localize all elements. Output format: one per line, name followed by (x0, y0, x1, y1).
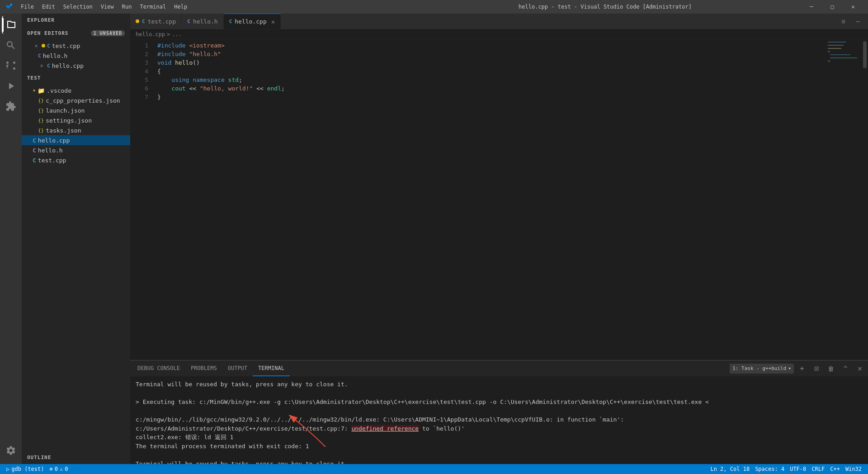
status-bar-left: ▷ gdb (test) ⊗ 0 ⚠ 0 (4, 466, 71, 472)
open-editor-hello-h[interactable]: C hello.h (22, 51, 130, 61)
filename: tasks.json (46, 127, 81, 134)
open-editor-hello-cpp[interactable]: ✕ C hello.cpp (22, 61, 130, 71)
close-icon[interactable]: ✕ (33, 43, 40, 49)
split-editor-button[interactable]: ⊡ (837, 15, 850, 28)
debug-activity-icon[interactable] (2, 77, 20, 95)
search-activity-icon[interactable] (2, 36, 20, 54)
cpp-file-icon: C (33, 137, 36, 144)
tasks-json[interactable]: {} tasks.json (22, 125, 130, 135)
line-numbers: 1 2 3 4 5 6 7 (130, 39, 153, 360)
c-cpp-properties-json[interactable]: {} c_cpp_properties.json (22, 95, 130, 105)
platform[interactable]: Win32 (843, 466, 864, 472)
explorer-activity-icon[interactable] (2, 16, 20, 34)
filename: c_cpp_properties.json (46, 97, 120, 104)
code-line-2: #include "hello.h" (157, 50, 826, 58)
more-actions-button[interactable]: ⋯ (852, 15, 864, 28)
vscode-folder[interactable]: ▾ 📁 .vscode (22, 85, 130, 95)
test-file-tree: ▾ 📁 .vscode {} c_cpp_properties.json {} … (22, 85, 130, 166)
hello-h-file[interactable]: C hello.h (22, 145, 130, 155)
settings-json[interactable]: {} settings.json (22, 115, 130, 125)
modified-indicator (136, 19, 139, 23)
tab-close-button[interactable]: ✕ (271, 18, 275, 25)
scrollbar-thumb[interactable] (863, 41, 867, 68)
tab-bar-actions: ⊡ ⋯ (837, 14, 868, 29)
delete-terminal-button[interactable]: 🗑 (825, 362, 837, 375)
debug-icon: ▷ (6, 466, 9, 472)
svg-rect-7 (828, 61, 830, 62)
menu-run[interactable]: Run (118, 3, 136, 11)
code-content[interactable]: #include <iostream> #include "hello.h" v… (153, 39, 826, 360)
json-file-icon: {} (38, 108, 44, 114)
test-cpp-file[interactable]: C test.cpp (22, 155, 130, 165)
explorer-header[interactable]: EXPLORER (22, 14, 130, 27)
open-editors-header[interactable]: OPEN EDITORS 1 UNSAVED (22, 27, 130, 40)
split-terminal-button[interactable]: ⊡ (810, 362, 823, 375)
activity-bar (0, 14, 22, 464)
error-count: 0 (55, 466, 58, 472)
errors-warnings-status[interactable]: ⊗ 0 ⚠ 0 (47, 466, 71, 472)
terminal-content[interactable]: Terminal will be reused by tasks, press … (130, 376, 868, 464)
close-button[interactable]: ✕ (843, 0, 863, 14)
unsaved-badge: 1 UNSAVED (91, 30, 125, 36)
json-file-icon: {} (38, 128, 44, 133)
menu-view[interactable]: View (97, 3, 118, 11)
cursor-position[interactable]: Ln 2, Col 18 (708, 466, 752, 472)
close-icon[interactable]: ✕ (38, 62, 45, 69)
main-layout: EXPLORER OPEN EDITORS 1 UNSAVED ✕ C test… (0, 14, 868, 464)
h-file-icon: C (33, 147, 36, 154)
filename: test.cpp (52, 43, 80, 49)
platform-label: Win32 (845, 466, 862, 472)
line-endings[interactable]: CRLF (809, 466, 827, 472)
terminal-area: DEBUG CONSOLE PROBLEMS OUTPUT TERMINAL 1… (130, 360, 868, 464)
outline-title: OUTLINE (27, 455, 51, 460)
extensions-activity-icon[interactable] (2, 97, 20, 115)
tab-hello-cpp[interactable]: C hello.cpp ✕ (224, 14, 281, 29)
task-dropdown[interactable]: 1: Task - g++build ▾ (730, 364, 794, 374)
svg-rect-1 (828, 42, 846, 43)
filename: test.cpp (38, 157, 66, 164)
filename: settings.json (46, 117, 92, 124)
tab-test-cpp[interactable]: C test.cpp (130, 14, 182, 29)
problems-tab[interactable]: PROBLEMS (185, 360, 222, 376)
output-tab[interactable]: OUTPUT (222, 360, 253, 376)
debug-status[interactable]: ▷ gdb (test) (4, 466, 47, 472)
breadcrumb-file[interactable]: hello.cpp (136, 31, 165, 38)
hello-cpp-file[interactable]: C hello.cpp (22, 135, 130, 145)
test-folder-title: TEST (27, 75, 41, 81)
launch-json[interactable]: {} launch.json (22, 105, 130, 115)
cpp-file-icon: C (47, 63, 50, 69)
warning-icon: ⚠ (60, 466, 63, 472)
debug-console-tab[interactable]: DEBUG CONSOLE (132, 360, 185, 376)
close-panel-button[interactable]: ✕ (854, 362, 866, 375)
tab-hello-h[interactable]: C hello.h (182, 14, 223, 29)
settings-activity-icon[interactable] (2, 441, 20, 460)
terminal-tab[interactable]: TERMINAL (253, 360, 290, 376)
menu-bar: File Edit Selection View Run Terminal He… (17, 3, 409, 11)
source-control-activity-icon[interactable] (2, 57, 20, 75)
task-dropdown-label: 1: Task - g++build (732, 365, 786, 371)
code-line-3: void hello() (157, 58, 826, 67)
encoding[interactable]: UTF-8 (787, 466, 809, 472)
indentation[interactable]: Spaces: 4 (752, 466, 787, 472)
filename: hello.cpp (38, 137, 70, 144)
open-editor-test-cpp[interactable]: ✕ C test.cpp (22, 41, 130, 51)
title-bar: File Edit Selection View Run Terminal He… (0, 0, 868, 14)
minimize-button[interactable]: ─ (801, 0, 822, 14)
menu-edit[interactable]: Edit (38, 3, 59, 11)
json-file-icon: {} (38, 98, 44, 104)
menu-file[interactable]: File (17, 3, 38, 11)
code-editor[interactable]: 1 2 3 4 5 6 7 #include <iostream> #inclu… (130, 39, 868, 360)
outline-header[interactable]: OUTLINE (22, 451, 130, 464)
terminal-line: The terminal process terminated with exi… (136, 442, 863, 451)
menu-terminal[interactable]: Terminal (136, 3, 170, 11)
modified-dot (42, 44, 45, 47)
maximize-panel-button[interactable]: ⌃ (839, 362, 852, 375)
test-folder-header[interactable]: TEST (22, 71, 130, 85)
language-mode[interactable]: C++ (827, 466, 843, 472)
breadcrumb-item[interactable]: ... (172, 31, 182, 38)
menu-selection[interactable]: Selection (60, 3, 96, 11)
maximize-button[interactable]: □ (822, 0, 843, 14)
add-terminal-button[interactable]: + (796, 362, 808, 375)
editor-scrollbar[interactable] (862, 39, 868, 360)
menu-help[interactable]: Help (170, 3, 191, 11)
